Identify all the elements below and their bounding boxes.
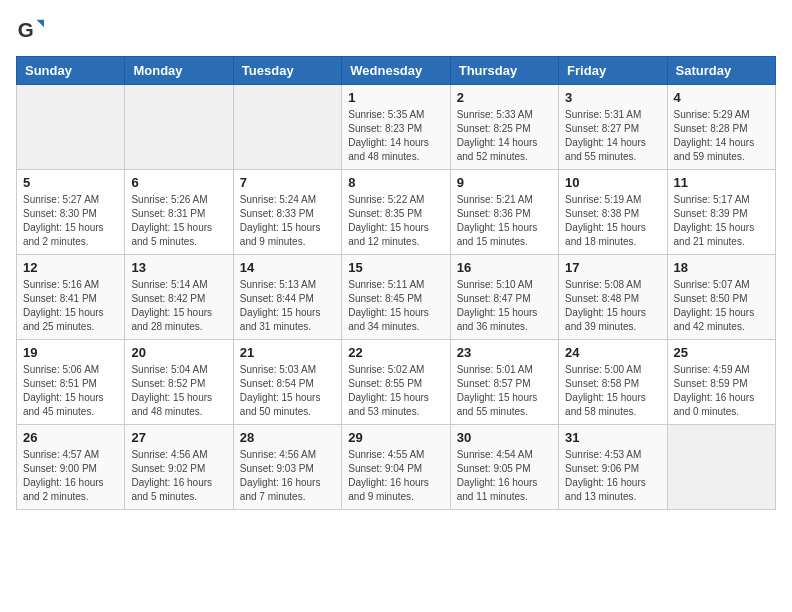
weekday-thursday: Thursday: [450, 57, 558, 85]
day-cell: 16Sunrise: 5:10 AM Sunset: 8:47 PM Dayli…: [450, 255, 558, 340]
day-cell: 8Sunrise: 5:22 AM Sunset: 8:35 PM Daylig…: [342, 170, 450, 255]
day-info: Sunrise: 5:19 AM Sunset: 8:38 PM Dayligh…: [565, 193, 660, 249]
day-number: 21: [240, 345, 335, 360]
day-cell: 23Sunrise: 5:01 AM Sunset: 8:57 PM Dayli…: [450, 340, 558, 425]
day-info: Sunrise: 5:02 AM Sunset: 8:55 PM Dayligh…: [348, 363, 443, 419]
day-number: 27: [131, 430, 226, 445]
day-number: 15: [348, 260, 443, 275]
page-header: G: [16, 16, 776, 44]
day-number: 11: [674, 175, 769, 190]
day-cell: 22Sunrise: 5:02 AM Sunset: 8:55 PM Dayli…: [342, 340, 450, 425]
day-info: Sunrise: 4:56 AM Sunset: 9:02 PM Dayligh…: [131, 448, 226, 504]
day-number: 17: [565, 260, 660, 275]
day-number: 2: [457, 90, 552, 105]
day-cell: 18Sunrise: 5:07 AM Sunset: 8:50 PM Dayli…: [667, 255, 775, 340]
day-cell: 28Sunrise: 4:56 AM Sunset: 9:03 PM Dayli…: [233, 425, 341, 510]
day-cell: 6Sunrise: 5:26 AM Sunset: 8:31 PM Daylig…: [125, 170, 233, 255]
day-number: 13: [131, 260, 226, 275]
day-cell: 2Sunrise: 5:33 AM Sunset: 8:25 PM Daylig…: [450, 85, 558, 170]
day-info: Sunrise: 5:16 AM Sunset: 8:41 PM Dayligh…: [23, 278, 118, 334]
day-info: Sunrise: 5:03 AM Sunset: 8:54 PM Dayligh…: [240, 363, 335, 419]
day-info: Sunrise: 5:01 AM Sunset: 8:57 PM Dayligh…: [457, 363, 552, 419]
day-info: Sunrise: 5:17 AM Sunset: 8:39 PM Dayligh…: [674, 193, 769, 249]
weekday-monday: Monday: [125, 57, 233, 85]
day-cell: 26Sunrise: 4:57 AM Sunset: 9:00 PM Dayli…: [17, 425, 125, 510]
day-info: Sunrise: 5:11 AM Sunset: 8:45 PM Dayligh…: [348, 278, 443, 334]
day-cell: [667, 425, 775, 510]
day-number: 1: [348, 90, 443, 105]
day-info: Sunrise: 4:57 AM Sunset: 9:00 PM Dayligh…: [23, 448, 118, 504]
day-info: Sunrise: 4:54 AM Sunset: 9:05 PM Dayligh…: [457, 448, 552, 504]
day-cell: 17Sunrise: 5:08 AM Sunset: 8:48 PM Dayli…: [559, 255, 667, 340]
day-info: Sunrise: 5:27 AM Sunset: 8:30 PM Dayligh…: [23, 193, 118, 249]
day-info: Sunrise: 4:59 AM Sunset: 8:59 PM Dayligh…: [674, 363, 769, 419]
logo-icon: G: [16, 16, 44, 44]
day-info: Sunrise: 5:31 AM Sunset: 8:27 PM Dayligh…: [565, 108, 660, 164]
day-cell: 3Sunrise: 5:31 AM Sunset: 8:27 PM Daylig…: [559, 85, 667, 170]
day-number: 5: [23, 175, 118, 190]
day-info: Sunrise: 5:06 AM Sunset: 8:51 PM Dayligh…: [23, 363, 118, 419]
day-number: 19: [23, 345, 118, 360]
day-info: Sunrise: 5:13 AM Sunset: 8:44 PM Dayligh…: [240, 278, 335, 334]
day-cell: 20Sunrise: 5:04 AM Sunset: 8:52 PM Dayli…: [125, 340, 233, 425]
day-cell: 21Sunrise: 5:03 AM Sunset: 8:54 PM Dayli…: [233, 340, 341, 425]
day-number: 6: [131, 175, 226, 190]
day-cell: 4Sunrise: 5:29 AM Sunset: 8:28 PM Daylig…: [667, 85, 775, 170]
week-row-5: 26Sunrise: 4:57 AM Sunset: 9:00 PM Dayli…: [17, 425, 776, 510]
day-info: Sunrise: 5:24 AM Sunset: 8:33 PM Dayligh…: [240, 193, 335, 249]
day-info: Sunrise: 4:55 AM Sunset: 9:04 PM Dayligh…: [348, 448, 443, 504]
weekday-wednesday: Wednesday: [342, 57, 450, 85]
day-info: Sunrise: 5:29 AM Sunset: 8:28 PM Dayligh…: [674, 108, 769, 164]
day-number: 12: [23, 260, 118, 275]
day-number: 16: [457, 260, 552, 275]
day-info: Sunrise: 5:33 AM Sunset: 8:25 PM Dayligh…: [457, 108, 552, 164]
week-row-1: 1Sunrise: 5:35 AM Sunset: 8:23 PM Daylig…: [17, 85, 776, 170]
weekday-saturday: Saturday: [667, 57, 775, 85]
day-number: 4: [674, 90, 769, 105]
day-number: 3: [565, 90, 660, 105]
day-info: Sunrise: 5:08 AM Sunset: 8:48 PM Dayligh…: [565, 278, 660, 334]
day-number: 14: [240, 260, 335, 275]
day-number: 25: [674, 345, 769, 360]
day-info: Sunrise: 5:07 AM Sunset: 8:50 PM Dayligh…: [674, 278, 769, 334]
day-info: Sunrise: 5:21 AM Sunset: 8:36 PM Dayligh…: [457, 193, 552, 249]
day-cell: [233, 85, 341, 170]
day-info: Sunrise: 5:22 AM Sunset: 8:35 PM Dayligh…: [348, 193, 443, 249]
week-row-2: 5Sunrise: 5:27 AM Sunset: 8:30 PM Daylig…: [17, 170, 776, 255]
day-number: 9: [457, 175, 552, 190]
calendar-body: 1Sunrise: 5:35 AM Sunset: 8:23 PM Daylig…: [17, 85, 776, 510]
day-cell: 13Sunrise: 5:14 AM Sunset: 8:42 PM Dayli…: [125, 255, 233, 340]
day-cell: 24Sunrise: 5:00 AM Sunset: 8:58 PM Dayli…: [559, 340, 667, 425]
day-cell: 1Sunrise: 5:35 AM Sunset: 8:23 PM Daylig…: [342, 85, 450, 170]
day-cell: 29Sunrise: 4:55 AM Sunset: 9:04 PM Dayli…: [342, 425, 450, 510]
day-cell: 9Sunrise: 5:21 AM Sunset: 8:36 PM Daylig…: [450, 170, 558, 255]
day-number: 7: [240, 175, 335, 190]
weekday-header-row: SundayMondayTuesdayWednesdayThursdayFrid…: [17, 57, 776, 85]
day-info: Sunrise: 4:53 AM Sunset: 9:06 PM Dayligh…: [565, 448, 660, 504]
day-cell: 5Sunrise: 5:27 AM Sunset: 8:30 PM Daylig…: [17, 170, 125, 255]
day-info: Sunrise: 5:14 AM Sunset: 8:42 PM Dayligh…: [131, 278, 226, 334]
day-cell: 27Sunrise: 4:56 AM Sunset: 9:02 PM Dayli…: [125, 425, 233, 510]
day-number: 22: [348, 345, 443, 360]
day-cell: 25Sunrise: 4:59 AM Sunset: 8:59 PM Dayli…: [667, 340, 775, 425]
day-info: Sunrise: 5:35 AM Sunset: 8:23 PM Dayligh…: [348, 108, 443, 164]
day-number: 31: [565, 430, 660, 445]
day-info: Sunrise: 4:56 AM Sunset: 9:03 PM Dayligh…: [240, 448, 335, 504]
day-number: 24: [565, 345, 660, 360]
day-number: 28: [240, 430, 335, 445]
week-row-3: 12Sunrise: 5:16 AM Sunset: 8:41 PM Dayli…: [17, 255, 776, 340]
day-cell: 14Sunrise: 5:13 AM Sunset: 8:44 PM Dayli…: [233, 255, 341, 340]
day-cell: 11Sunrise: 5:17 AM Sunset: 8:39 PM Dayli…: [667, 170, 775, 255]
day-cell: 7Sunrise: 5:24 AM Sunset: 8:33 PM Daylig…: [233, 170, 341, 255]
day-cell: 10Sunrise: 5:19 AM Sunset: 8:38 PM Dayli…: [559, 170, 667, 255]
day-number: 30: [457, 430, 552, 445]
day-cell: 12Sunrise: 5:16 AM Sunset: 8:41 PM Dayli…: [17, 255, 125, 340]
day-cell: [125, 85, 233, 170]
weekday-friday: Friday: [559, 57, 667, 85]
day-info: Sunrise: 5:26 AM Sunset: 8:31 PM Dayligh…: [131, 193, 226, 249]
day-number: 23: [457, 345, 552, 360]
day-cell: [17, 85, 125, 170]
day-cell: 15Sunrise: 5:11 AM Sunset: 8:45 PM Dayli…: [342, 255, 450, 340]
weekday-tuesday: Tuesday: [233, 57, 341, 85]
svg-text:G: G: [18, 18, 34, 41]
